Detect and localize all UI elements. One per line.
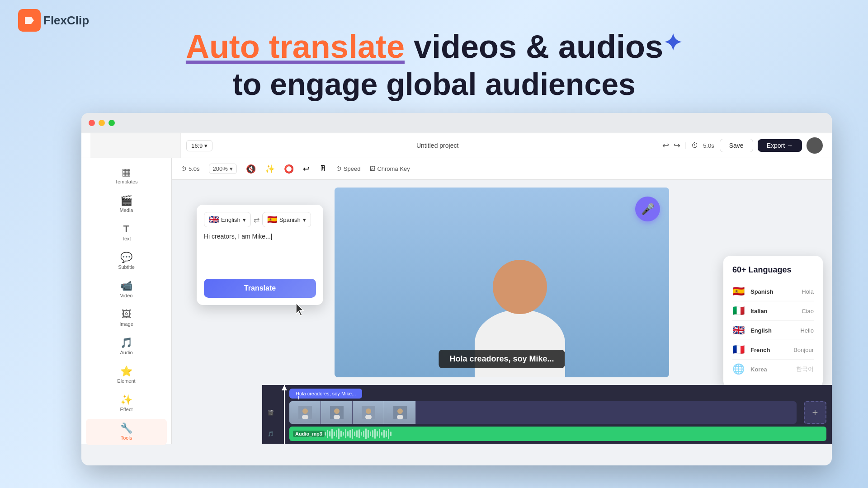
italian-flag-icon: 🇮🇹	[732, 305, 746, 317]
main-toolbar: 16:9 ▾ Untitled project ↩ ↪ | ⏱ 5.0s Sav…	[81, 133, 832, 158]
spanish-flag-icon: 🇪🇸	[732, 286, 746, 297]
save-button[interactable]: Save	[720, 139, 753, 152]
svg-point-10	[397, 408, 403, 414]
timer-icon: ⏱	[691, 141, 698, 150]
chroma-key-btn[interactable]: 🖼 Chroma Key	[369, 165, 410, 172]
editor-area: ▦ Templates 🎬 Media T Text 💬 Subtitle 📹 …	[81, 158, 832, 444]
video-track-row: 🎬 +	[268, 401, 826, 424]
mute-icon[interactable]: 🔇	[246, 164, 256, 174]
svg-rect-5	[334, 415, 340, 419]
audio-label: Audio_mp3	[293, 431, 325, 437]
subtitle-overlay: Hola creadores, soy Mike...	[439, 350, 565, 368]
export-button[interactable]: Export →	[758, 139, 802, 152]
effect-icon: ✨	[120, 395, 132, 405]
subtitle-clip[interactable]: Hola creadores, soy Mike...	[289, 389, 362, 399]
time-display: 5.0s	[703, 142, 714, 149]
sidebar-item-subtitle[interactable]: 💬 Subtitle	[86, 248, 167, 274]
image-icon: 🖼	[122, 310, 132, 319]
lang-row-french: 🇫🇷 French Bonjour	[732, 340, 814, 360]
svg-rect-8	[365, 415, 372, 419]
audio-icon: 🎵	[120, 338, 132, 348]
window-minimize-btn[interactable]	[99, 120, 105, 126]
add-clip-button[interactable]: +	[804, 401, 826, 424]
media-icon: 🎬	[120, 196, 132, 206]
video-track	[289, 401, 797, 424]
subtitle-track: Hola creadores, soy Mike...	[268, 389, 826, 399]
undo-tool-icon[interactable]: ↩	[303, 164, 310, 174]
source-lang-button[interactable]: 🇬🇧 English ▾	[204, 212, 251, 227]
media-label: Media	[120, 207, 133, 213]
source-flag: 🇬🇧	[209, 215, 219, 225]
canvas-area: ⏱ 5.0s 200% ▾ 🔇 ✨ ⭕ ↩ 🎚 ⏱ Speed 🖼	[172, 158, 832, 444]
tools-icon: 🔧	[120, 423, 132, 433]
tools-label: Tools	[121, 435, 132, 441]
text-label: Text	[122, 236, 131, 241]
video-thumb-3	[353, 401, 384, 424]
lang-row-italian: 🇮🇹 Italian Ciao	[732, 301, 814, 321]
svg-point-1	[302, 408, 308, 414]
zoom-selector[interactable]: 200% ▾	[209, 164, 237, 174]
sparkle-tool-icon[interactable]: ✨	[265, 164, 275, 174]
sidebar-item-image[interactable]: 🖼 Image	[86, 305, 167, 331]
translate-button[interactable]: Translate	[204, 279, 316, 298]
lang-row-spanish: 🇪🇸 Spanish Hola	[732, 282, 814, 301]
element-label: Element	[117, 378, 135, 384]
lang-row-korea: 🌐 Korea 한국어	[732, 360, 814, 379]
mic-button[interactable]: 🎤	[635, 197, 660, 221]
canvas: Hola creadores, soy Mike... 🎤 🇬🇧 English…	[172, 180, 832, 385]
video-background	[335, 188, 669, 377]
undo-btn[interactable]: ↩	[662, 141, 669, 150]
hero-line2: to engage global audiences	[186, 66, 682, 103]
effect-label: Effect	[120, 407, 133, 412]
sidebar-item-audio[interactable]: 🎵 Audio	[86, 333, 167, 360]
hero-rest: videos & audios	[405, 28, 663, 65]
target-flag: 🇪🇸	[267, 215, 277, 225]
sidebar-item-media[interactable]: 🎬 Media	[86, 191, 167, 217]
templates-label: Templates	[115, 179, 137, 184]
english-flag-icon: 🇬🇧	[732, 324, 746, 336]
spanish-name: Spanish	[750, 288, 797, 295]
hero-header: Auto translate videos & audios✦ to engag…	[0, 0, 868, 103]
text-icon: T	[123, 224, 129, 234]
target-lang-button[interactable]: 🇪🇸 Spanish ▾	[262, 212, 311, 227]
sidebar-item-templates[interactable]: ▦ Templates	[86, 163, 167, 189]
svg-rect-2	[302, 415, 308, 419]
video-thumb-4	[384, 401, 416, 424]
sidebar-item-tools[interactable]: 🔧 Tools	[86, 419, 167, 445]
audio-waveform	[321, 427, 395, 441]
project-title[interactable]: Untitled project	[218, 142, 657, 149]
sidebar-item-element[interactable]: ⭐ Element	[86, 362, 167, 388]
translate-input[interactable]: Hi creators, I am Mike...|	[204, 233, 316, 273]
french-flag-icon: 🇫🇷	[732, 344, 746, 356]
sparkle-icon: ✦	[663, 29, 682, 56]
person-head	[493, 260, 547, 314]
window-maximize-btn[interactable]	[108, 120, 115, 126]
languages-panel: 60+ Languages 🇪🇸 Spanish Hola 🇮🇹 Italian…	[723, 256, 823, 385]
hero-title: Auto translate videos & audios✦ to engag…	[186, 27, 682, 103]
circle-tool-icon[interactable]: ⭕	[284, 164, 294, 174]
english-word: Hello	[800, 327, 814, 333]
svg-rect-11	[397, 415, 403, 419]
source-lang-chevron: ▾	[243, 216, 246, 223]
source-lang-label: English	[221, 216, 241, 223]
user-avatar[interactable]	[807, 137, 823, 154]
slider-tool-icon[interactable]: 🎚	[319, 164, 327, 174]
video-thumb-2	[321, 401, 353, 424]
sidebar-item-video[interactable]: 📹 Video	[86, 277, 167, 303]
speed-btn[interactable]: ⏱ Speed	[336, 165, 361, 172]
redo-btn[interactable]: ↪	[674, 141, 680, 150]
mic-icon: 🎤	[641, 203, 655, 216]
language-selector: 🇬🇧 English ▾ ⇄ 🇪🇸 Spanish ▾	[204, 212, 316, 227]
sidebar-item-effect[interactable]: ✨ Effect	[86, 390, 167, 417]
app-window: 16:9 ▾ Untitled project ↩ ↪ | ⏱ 5.0s Sav…	[81, 113, 832, 465]
sidebar: ▦ Templates 🎬 Media T Text 💬 Subtitle 📹 …	[81, 158, 172, 444]
sidebar-item-text[interactable]: T Text	[86, 220, 167, 246]
swap-languages-icon[interactable]: ⇄	[254, 216, 259, 224]
french-word: Bonjour	[793, 346, 814, 353]
window-close-btn[interactable]	[89, 120, 95, 126]
playhead	[284, 385, 285, 444]
ratio-selector[interactable]: 16:9 ▾	[186, 140, 212, 151]
target-lang-label: Spanish	[279, 216, 301, 223]
subtitle-icon: 💬	[120, 253, 132, 263]
svg-point-7	[366, 408, 371, 414]
